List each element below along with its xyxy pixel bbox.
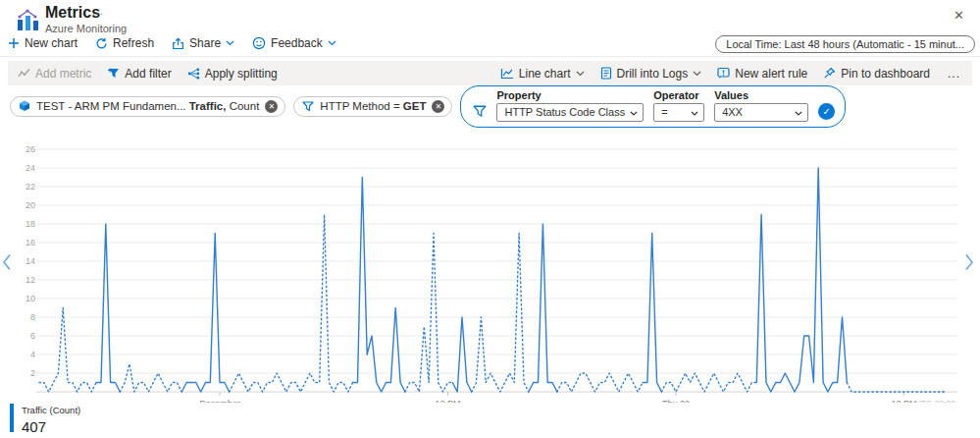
time-range-picker[interactable]: Local Time: Last 48 hours (Automatic - 1… — [715, 35, 975, 53]
filter-row: TEST - ARM PM Fundamen... Traffic, Count… — [10, 86, 846, 126]
chevron-left-icon[interactable] — [2, 253, 12, 275]
metrics-app-icon — [16, 7, 41, 36]
svg-text:December: December — [199, 399, 240, 403]
metric-pill[interactable]: TEST - ARM PM Fundamen... Traffic, Count… — [10, 96, 285, 117]
feedback-button[interactable]: Feedback — [252, 36, 336, 50]
add-filter-button[interactable]: Add filter — [107, 67, 171, 81]
pin-to-dashboard-button[interactable]: Pin to dashboard — [823, 67, 930, 81]
svg-text:6: 6 — [30, 331, 35, 341]
toolbar-more-button[interactable]: ... — [946, 67, 962, 81]
document-icon — [600, 67, 612, 80]
remove-metric-icon[interactable]: ✕ — [265, 100, 278, 113]
svg-text:8: 8 — [30, 312, 35, 322]
page-subtitle: Azure Monitoring — [45, 23, 127, 34]
operator-label: Operator — [653, 89, 704, 101]
legend-color-bar — [10, 404, 14, 432]
refresh-icon — [95, 37, 108, 50]
title-more-button[interactable]: ... — [92, 5, 104, 17]
svg-text:2: 2 — [30, 368, 35, 378]
toolbar-right-group: Line chart Drill into Logs New alert rul… — [500, 67, 962, 81]
chevron-down-icon — [630, 111, 638, 116]
svg-text:18: 18 — [26, 219, 35, 229]
operator-select[interactable]: = — [653, 103, 704, 122]
chevron-down-icon — [576, 71, 585, 77]
values-select[interactable]: 4XX — [714, 103, 808, 122]
metrics-blade: Metrics ... Azure Monitoring ✕ New chart… — [0, 0, 980, 438]
values-group: Values 4XX — [714, 89, 808, 122]
svg-text:12 PM: 12 PM — [891, 399, 916, 403]
alert-bubble-icon — [717, 67, 730, 80]
drill-into-logs-button[interactable]: Drill into Logs — [600, 67, 702, 81]
chevron-down-icon — [226, 40, 234, 46]
header-divider — [0, 56, 980, 57]
split-branch-icon — [187, 68, 200, 80]
refresh-button[interactable]: Refresh — [95, 36, 154, 50]
new-alert-rule-button[interactable]: New alert rule — [717, 67, 807, 81]
metric-line-icon — [18, 68, 30, 79]
funnel-icon — [302, 101, 314, 112]
chevron-down-icon — [691, 111, 698, 116]
svg-text:16: 16 — [26, 238, 35, 247]
apply-filter-check-icon[interactable]: ✓ — [818, 103, 835, 120]
legend-item-traffic[interactable]: Traffic (Count) 407 — [10, 404, 80, 435]
apply-splitting-button[interactable]: Apply splitting — [187, 67, 278, 81]
share-button[interactable]: Share — [172, 36, 234, 50]
filter-pill-label: HTTP Method = GET — [320, 100, 426, 112]
add-metric-button[interactable]: Add metric — [18, 67, 91, 81]
svg-text:UTC-08:00: UTC-08:00 — [914, 399, 955, 403]
pin-icon — [823, 67, 836, 80]
svg-text:10: 10 — [26, 294, 35, 303]
command-bar: New chart Refresh Share Feedback — [8, 36, 336, 50]
line-chart-icon — [500, 68, 514, 80]
property-select[interactable]: HTTP Status Code Class — [496, 103, 644, 122]
traffic-line-chart: 2468101214161820222426December12 PMThu 0… — [0, 137, 980, 403]
property-group: Property HTTP Status Code Class — [496, 89, 644, 122]
funnel-add-icon — [107, 68, 120, 80]
operator-group: Operator = — [653, 89, 704, 122]
svg-text:4: 4 — [30, 350, 35, 359]
new-chart-button[interactable]: New chart — [8, 36, 77, 50]
metric-pill-label: TEST - ARM PM Fundamen... Traffic, Count — [36, 100, 259, 112]
smiley-icon — [252, 36, 266, 50]
close-icon[interactable]: ✕ — [950, 6, 968, 25]
svg-text:22: 22 — [26, 182, 35, 192]
chart-area: 2468101214161820222426December12 PMThu 0… — [0, 137, 980, 403]
remove-filter-icon[interactable]: ✕ — [432, 100, 444, 113]
chevron-down-icon — [693, 71, 701, 77]
funnel-icon — [473, 105, 487, 118]
svg-text:12: 12 — [26, 275, 35, 285]
chevron-down-icon — [328, 40, 336, 46]
chart-toolbar: Add metric Add filter Apply splitting Li… — [8, 61, 972, 85]
share-icon — [172, 37, 184, 50]
svg-text:14: 14 — [26, 256, 35, 266]
svg-text:12 PM: 12 PM — [435, 399, 460, 403]
property-label: Property — [496, 89, 644, 101]
legend-series-value: 407 — [22, 418, 80, 435]
svg-text:24: 24 — [26, 163, 35, 173]
http-method-filter-pill[interactable]: HTTP Method = GET ✕ — [293, 96, 452, 117]
legend-series-name: Traffic (Count) — [22, 405, 80, 415]
values-label: Values — [714, 89, 808, 101]
legend-texts: Traffic (Count) 407 — [22, 404, 80, 435]
chevron-down-icon — [795, 111, 802, 116]
svg-text:Thu 02: Thu 02 — [662, 399, 690, 403]
cube-icon — [19, 100, 30, 112]
chart-type-selector[interactable]: Line chart — [500, 67, 585, 81]
plus-icon — [8, 37, 20, 49]
svg-text:20: 20 — [26, 200, 35, 210]
chevron-right-icon[interactable] — [964, 253, 974, 275]
filter-editor: Property HTTP Status Code Class Operator… — [460, 85, 846, 128]
svg-text:26: 26 — [26, 144, 35, 154]
